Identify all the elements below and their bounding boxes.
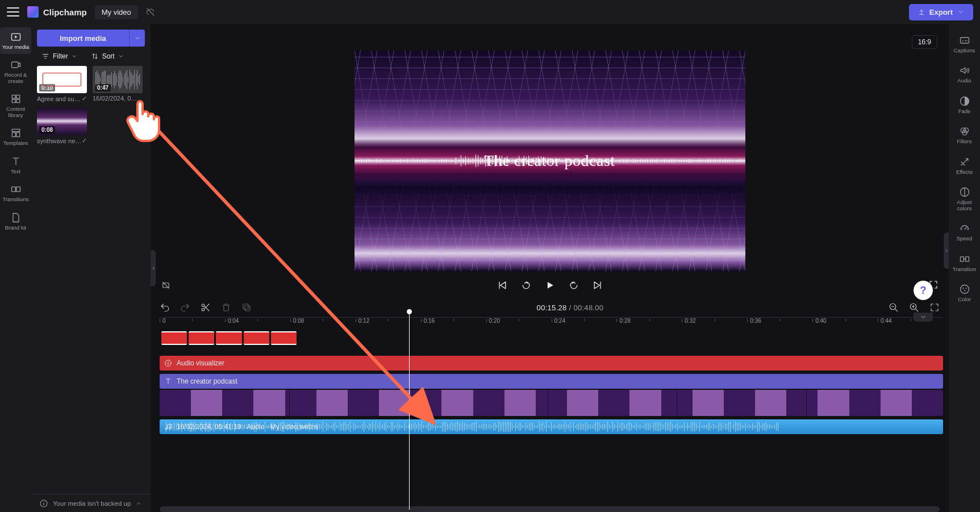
rail-record[interactable]: Record & create xyxy=(0,55,31,88)
svg-rect-27 xyxy=(965,256,969,261)
backup-warning[interactable]: Your media isn't backed up xyxy=(31,494,151,512)
app-name: Clipchamp xyxy=(43,7,87,17)
playhead[interactable] xyxy=(409,311,410,510)
track-label: 16/02/2024, 06:41:19 - Audio - My video.… xyxy=(177,423,318,431)
center-area: 16:9 The creator podcast ? xyxy=(151,24,949,512)
video-preview[interactable]: The creator podcast xyxy=(355,51,745,271)
timeline-time: 00:15.28 / 00:48.00 xyxy=(537,303,604,312)
timeline-toolbar: 00:15.28 / 00:48.00 xyxy=(151,298,949,317)
used-check-icon: ✓ xyxy=(82,137,87,144)
brand-icon xyxy=(10,212,22,223)
media-item-recording[interactable]: 0:47 16/02/2024, 0… xyxy=(93,66,143,102)
sort-button[interactable]: Sort xyxy=(91,52,124,60)
svg-rect-10 xyxy=(16,187,20,192)
media-grid: 0:10 Agree and su…✓ 0:47 16/02/2024, 0… … xyxy=(37,66,145,149)
cloud-off-icon xyxy=(146,7,155,16)
playback-controls xyxy=(497,280,603,291)
undo-button[interactable] xyxy=(160,302,170,313)
adjust-icon xyxy=(959,186,970,198)
svg-rect-3 xyxy=(16,95,19,99)
rail-speed[interactable]: Speed xyxy=(949,218,980,247)
collapse-right-panel[interactable] xyxy=(944,232,949,269)
import-dropdown[interactable] xyxy=(129,30,145,47)
rail-fade[interactable]: Fade xyxy=(949,90,980,119)
menu-button[interactable] xyxy=(7,7,19,16)
rail-text[interactable]: Text xyxy=(0,152,31,178)
media-thumb: 0:08 xyxy=(37,108,87,135)
export-label: Export xyxy=(929,8,953,16)
expand-timeline-button[interactable] xyxy=(914,313,933,322)
zoom-out-button[interactable] xyxy=(889,302,899,313)
rail-transition[interactable]: Transition xyxy=(949,248,980,277)
media-item-synthwave[interactable]: 0:08 synthwave ne…✓ xyxy=(37,108,87,144)
chevron-left-icon xyxy=(151,266,156,270)
media-name: synthwave ne… xyxy=(37,138,81,144)
effects-icon xyxy=(959,156,970,168)
export-button[interactable]: Export xyxy=(909,4,973,20)
track-audio-visualizer[interactable]: Audio visualizer xyxy=(160,356,943,371)
audio-icon xyxy=(959,65,970,76)
svg-point-29 xyxy=(962,288,964,289)
rail-audio[interactable]: Audio xyxy=(949,60,980,89)
preview-area: 16:9 The creator podcast ? xyxy=(151,24,949,298)
rail-captions[interactable]: Captions xyxy=(949,30,980,59)
split-button[interactable] xyxy=(201,302,211,313)
rail-effects[interactable]: Effects xyxy=(949,151,980,180)
zoom-in-button[interactable] xyxy=(909,302,919,313)
media-duration: 0:47 xyxy=(95,84,111,91)
timeline-tracks[interactable]: Audio visualizer The creator podcast 16/… xyxy=(160,328,943,504)
skip-forward-button[interactable] xyxy=(592,280,603,291)
rail-color[interactable]: Color xyxy=(949,278,980,307)
chevron-down-icon xyxy=(118,53,124,59)
rail-library[interactable]: Content library xyxy=(0,89,31,122)
track-text[interactable]: The creator podcast xyxy=(160,374,943,389)
track-label: The creator podcast xyxy=(177,377,237,385)
rail-filters[interactable]: Filters xyxy=(949,120,980,149)
rail-templates[interactable]: Templates xyxy=(0,123,31,150)
collapse-media-panel[interactable] xyxy=(151,250,156,286)
svg-rect-4 xyxy=(12,99,15,103)
svg-point-28 xyxy=(960,285,969,293)
app-logo: Clipchamp xyxy=(27,6,87,18)
import-media-button[interactable]: Import media xyxy=(37,30,145,47)
chevron-right-icon xyxy=(944,248,949,253)
media-duration: 0:08 xyxy=(39,126,55,134)
delete-button[interactable] xyxy=(221,302,231,313)
media-item-agree[interactable]: 0:10 Agree and su…✓ xyxy=(37,66,87,102)
svg-rect-2 xyxy=(12,95,15,99)
rail-transitions[interactable]: Transitions xyxy=(0,180,31,206)
chevron-down-icon xyxy=(920,314,927,320)
track-video[interactable] xyxy=(160,390,943,416)
rewind-button[interactable] xyxy=(520,280,532,291)
text-icon xyxy=(10,156,22,167)
skip-back-button[interactable] xyxy=(497,280,508,291)
aspect-ratio-button[interactable]: 16:9 xyxy=(912,35,937,49)
forward-button[interactable] xyxy=(568,280,579,291)
svg-rect-20 xyxy=(960,38,969,43)
redo-button[interactable] xyxy=(180,302,190,313)
project-title[interactable]: My video xyxy=(95,5,138,19)
play-button[interactable] xyxy=(544,280,556,291)
track-clip-overlay[interactable] xyxy=(160,330,298,347)
media-thumb: 0:47 xyxy=(93,66,143,93)
chevron-down-icon xyxy=(957,9,964,15)
rail-adjust-colors[interactable]: Adjust colors xyxy=(949,181,980,217)
svg-rect-7 xyxy=(12,132,15,137)
filter-label: Filter xyxy=(53,52,68,60)
import-label[interactable]: Import media xyxy=(37,30,129,47)
svg-rect-16 xyxy=(243,304,248,309)
timeline-scrollbar[interactable] xyxy=(160,506,940,512)
rail-your-media[interactable]: Your media xyxy=(0,27,31,54)
help-button[interactable]: ? xyxy=(914,281,933,300)
timeline-area: 00:15.28 / 00:48.00 00:040:080:120:160:2… xyxy=(151,298,949,512)
track-audio[interactable]: 16/02/2024, 06:41:19 - Audio - My video.… xyxy=(160,419,943,434)
zoom-fit-button[interactable] xyxy=(929,302,940,313)
timeline-ruler[interactable]: 00:040:080:120:160:200:240:280:320:360:4… xyxy=(160,317,943,328)
transition-icon xyxy=(959,253,970,265)
rail-brand[interactable]: Brand kit xyxy=(0,208,31,235)
duplicate-button[interactable] xyxy=(241,302,252,313)
filter-button[interactable]: Filter xyxy=(41,52,77,60)
rail-label: Record & create xyxy=(5,72,27,84)
color-icon xyxy=(959,284,970,295)
preview-settings-icon[interactable] xyxy=(161,281,171,290)
